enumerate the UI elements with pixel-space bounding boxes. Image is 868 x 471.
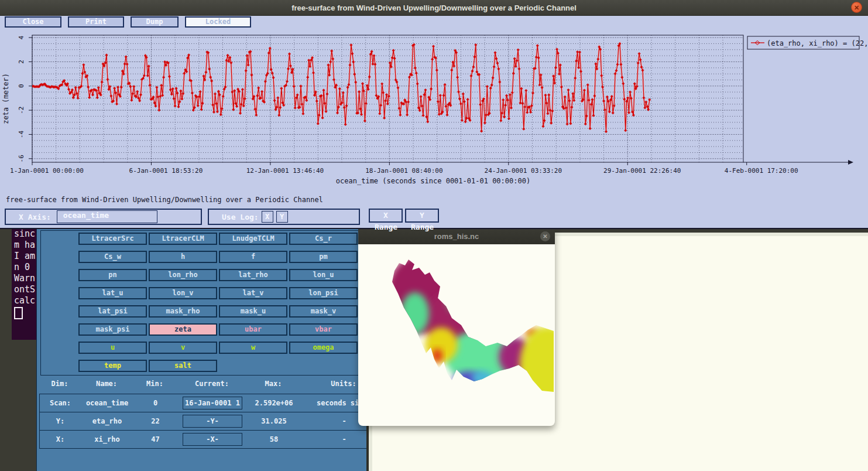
scan-current-input[interactable]: 16-Jan-0001 1 (183, 397, 242, 409)
dim-cell-units: seconds since (300, 399, 366, 407)
y-axis-title: zeta (meter) (2, 73, 10, 124)
dim-cell-dim: Scan: (40, 399, 81, 407)
variable-button-lon_rho[interactable]: lon_rho (149, 269, 217, 281)
variable-button-lat_rho[interactable]: lat_rho (219, 269, 287, 281)
legend-label: (eta_rho, xi_rho) = (22, 47) (767, 39, 868, 47)
dim-header-cell: Name: (80, 380, 133, 388)
variable-button-w[interactable]: w (219, 342, 287, 354)
plot-window: free-surface from Wind-Driven Upwelling/… (0, 0, 868, 229)
dim-table-header: Dim:Name:Min:Current:Max:Units: (39, 378, 366, 390)
variable-button-v[interactable]: v (149, 342, 217, 354)
roms-his-window: roms_his.nc ✕ (358, 228, 555, 426)
variable-button-lon_u[interactable]: lon_u (289, 269, 358, 281)
variable-button-lon_v[interactable]: lon_v (149, 287, 217, 299)
roms-close-icon[interactable]: ✕ (540, 231, 550, 241)
variable-button-pn[interactable]: pn (78, 269, 147, 281)
dim-cell-min: 0 (133, 399, 177, 407)
dump-button[interactable]: Dump (131, 16, 179, 28)
roms-window-title: roms_his.nc (434, 232, 479, 241)
variable-button-pm[interactable]: pm (289, 251, 358, 263)
variable-button-Cs_w[interactable]: Cs_w (78, 251, 147, 263)
variable-button-mask_psi[interactable]: mask_psi (78, 323, 147, 336)
dim-header-cell: Max: (247, 380, 300, 388)
variable-button-ubar[interactable]: ubar (219, 323, 287, 336)
variable-button-mask_rho[interactable]: mask_rho (149, 305, 217, 318)
variable-button-lat_psi[interactable]: lat_psi (78, 305, 147, 318)
x-tick-label: 29-Jan-0001 22:26:40 (603, 167, 681, 175)
variable-button-u[interactable]: u (78, 342, 147, 354)
dim-header-cell: Min: (133, 380, 177, 388)
dim-row-xi_rho: X:xi_rho47-X-58- (39, 430, 366, 449)
y-range-button[interactable]: Y Range (405, 209, 439, 223)
x-tick-label: 4-Feb-0001 17:20:00 (725, 167, 798, 175)
locked-toggle[interactable]: Locked (185, 16, 251, 28)
dim-cell-min: 22 (133, 417, 177, 425)
variable-button-Cs_r[interactable]: Cs_r (289, 233, 358, 245)
x-range-button[interactable]: X Range (369, 209, 403, 223)
dim-cell-max: 58 (248, 435, 300, 443)
svg-text:-4: -4 (18, 130, 25, 138)
print-button[interactable]: Print (68, 16, 124, 28)
plot-subtitle: free-surface from Wind-Driven Upwelling/… (6, 196, 323, 204)
svg-text:0: 0 (18, 84, 25, 88)
variable-button-h[interactable]: h (149, 251, 217, 263)
dim-cell-dim: X: (40, 435, 81, 443)
dim-header-cell: Dim: (39, 380, 80, 388)
log-y-toggle[interactable]: Y (276, 211, 288, 223)
variable-button-f[interactable]: f (219, 251, 287, 263)
dim-row-ocean_time: Scan:ocean_time016-Jan-0001 12.592e+06se… (39, 394, 366, 412)
plot-toolbar: Close Print Dump Locked (5, 16, 251, 28)
svg-text:4: 4 (18, 35, 25, 39)
dim-cell-min: 47 (133, 435, 177, 443)
variable-button-LtracerCLM[interactable]: LtracerCLM (149, 233, 217, 245)
svg-text:-2: -2 (18, 107, 25, 114)
dim-cell-units: - (300, 435, 366, 443)
use-log-group: Use Log: X Y (208, 209, 360, 225)
variable-button-lat_u[interactable]: lat_u (78, 287, 147, 299)
x-tick-label: 1-Jan-0001 00:00:00 (10, 167, 84, 175)
variable-button-lon_psi[interactable]: lon_psi (289, 287, 358, 299)
variable-button-mask_u[interactable]: mask_u (219, 305, 287, 318)
plot-controls-row: X Axis: ocean_time Use Log: X Y X Range … (0, 209, 868, 226)
x-tick-label: 12-Jan-0001 13:46:40 (246, 167, 324, 175)
variable-button-omega[interactable]: omega (289, 342, 358, 354)
dim-cell-name: xi_rho (81, 435, 133, 443)
x-tick-label: 18-Jan-0001 08:40:00 (365, 167, 442, 175)
x-axis-value-box[interactable]: ocean_time (57, 210, 157, 223)
dim-header-cell: Units: (300, 380, 366, 388)
close-button[interactable]: Close (5, 16, 61, 28)
log-x-toggle[interactable]: X (262, 211, 273, 223)
svg-text:2: 2 (18, 60, 25, 64)
dim-cell-dim: Y: (40, 417, 81, 425)
variable-button-vbar[interactable]: vbar (289, 323, 358, 336)
gulf-data-map (359, 244, 554, 425)
x-tick-label: 6-Jan-0001 18:53:20 (129, 167, 203, 175)
x-axis-label: X Axis: (19, 213, 51, 221)
x-tick-label: 24-Jan-0001 03:33:20 (485, 167, 562, 175)
svg-text:-6: -6 (18, 155, 25, 162)
dim-current-button[interactable]: -Y- (183, 415, 242, 428)
window-close-icon[interactable]: ✕ (851, 2, 862, 13)
plot-window-titlebar[interactable]: free-surface from Wind-Driven Upwelling/… (0, 0, 868, 16)
variable-button-temp[interactable]: temp (78, 360, 147, 372)
variable-button-LnudgeTCLM[interactable]: LnudgeTCLM (219, 233, 287, 245)
use-log-label: Use Log: (222, 213, 259, 221)
variable-button-mask_v[interactable]: mask_v (289, 305, 358, 318)
dim-cell-max: 31.025 (248, 417, 300, 425)
terminal-window[interactable]: sincm haI amn 0WarnontScalc (12, 227, 40, 340)
variable-button-lat_v[interactable]: lat_v (219, 287, 287, 299)
dim-current-button[interactable]: -X- (183, 433, 242, 446)
dim-header-cell: Current: (177, 380, 247, 388)
ncview-panel: Dim:Name:Min:Current:Max:Units: Scan:oce… (36, 227, 366, 471)
time-series-plot: 420-2-4-61-Jan-0001 00:00:006-Jan-0001 1… (0, 29, 868, 194)
dim-cell-name: eta_rho (81, 417, 133, 425)
dim-cell-max: 2.592e+06 (248, 399, 300, 407)
variable-button-LtracerSrc[interactable]: LtracerSrc (78, 233, 147, 245)
variable-button-salt[interactable]: salt (149, 360, 217, 372)
dim-cell-name: ocean_time (81, 399, 133, 407)
dim-cell-units: - (300, 417, 366, 425)
variable-button-zeta[interactable]: zeta (149, 323, 217, 336)
roms-map-view[interactable] (359, 244, 554, 425)
x-axis-group: X Axis: ocean_time (5, 209, 202, 225)
plot-window-title: free-surface from Wind-Driven Upwelling/… (291, 4, 577, 12)
